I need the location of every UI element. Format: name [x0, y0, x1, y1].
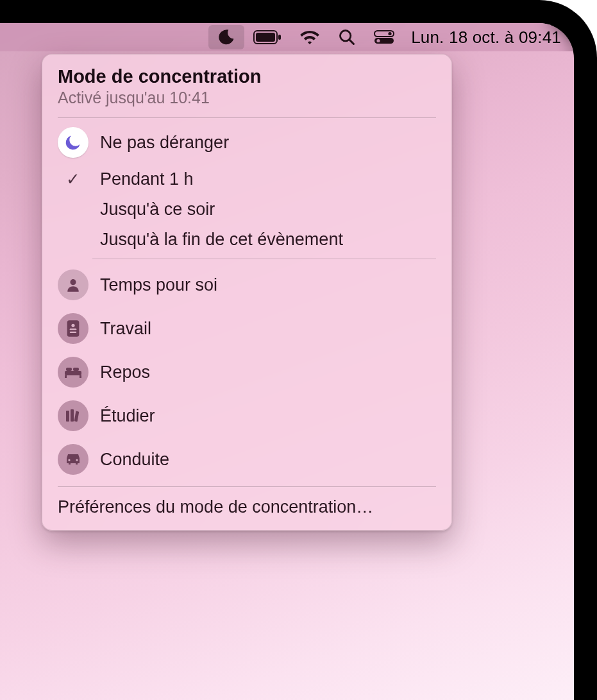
focus-mode-work[interactable]: Travail: [42, 307, 451, 350]
svg-rect-15: [65, 375, 67, 378]
focus-panel: Mode de concentration Activé jusqu'au 10…: [42, 54, 452, 531]
duration-event-end[interactable]: Jusqu'à la fin de cet évènement: [42, 225, 451, 255]
wifi-icon: [299, 30, 320, 45]
svg-point-6: [389, 32, 392, 35]
duration-label: Pendant 1 h: [100, 169, 194, 189]
focus-mode-personal[interactable]: Temps pour soi: [42, 263, 451, 307]
mode-label: Étudier: [100, 406, 155, 426]
menubar-datetime[interactable]: Lun. 18 oct. à 09:41: [403, 28, 565, 47]
checkmark-icon: ✓: [66, 169, 80, 189]
duration-evening[interactable]: Jusqu'à ce soir: [42, 194, 451, 225]
focus-mode-sleep[interactable]: Repos: [42, 350, 451, 394]
divider: [92, 259, 436, 259]
svg-rect-12: [70, 329, 77, 330]
panel-title: Mode de concentration: [58, 66, 436, 87]
control-center-menubar-item[interactable]: [365, 23, 403, 51]
mode-label: Travail: [100, 319, 151, 339]
svg-point-9: [70, 279, 76, 285]
panel-subtitle: Activé jusqu'au 10:41: [58, 89, 436, 107]
svg-rect-14: [65, 371, 81, 375]
divider: [58, 117, 436, 118]
car-icon: [58, 444, 88, 475]
spotlight-menubar-item[interactable]: [329, 23, 365, 51]
svg-point-22: [68, 459, 70, 461]
wifi-menubar-item[interactable]: [290, 23, 329, 51]
duration-1h[interactable]: ✓ Pendant 1 h: [42, 164, 451, 194]
svg-rect-21: [74, 411, 80, 422]
focus-mode-study[interactable]: Étudier: [42, 394, 451, 438]
duration-label: Jusqu'à la fin de cet évènement: [100, 230, 343, 250]
bed-icon: [58, 357, 88, 388]
moon-icon: [58, 127, 88, 158]
svg-line-4: [349, 40, 353, 44]
mode-label: Repos: [100, 363, 150, 382]
person-icon: [58, 269, 88, 300]
mode-label: Temps pour soi: [100, 275, 217, 295]
focus-mode-driving[interactable]: Conduite: [42, 438, 451, 481]
search-icon: [338, 28, 356, 46]
svg-point-11: [71, 324, 74, 327]
badge-icon: [58, 313, 88, 344]
svg-rect-16: [80, 375, 81, 378]
battery-menubar-item[interactable]: [244, 23, 290, 51]
svg-rect-1: [256, 33, 275, 42]
dnd-label: Ne pas déranger: [100, 133, 229, 153]
menubar: Lun. 18 oct. à 09:41: [0, 23, 574, 51]
desktop-screen: Lun. 18 oct. à 09:41 Mode de concentrati…: [0, 23, 574, 700]
moon-icon: [217, 28, 235, 46]
battery-icon: [253, 30, 282, 44]
svg-rect-18: [73, 368, 79, 371]
duration-label: Jusqu'à ce soir: [100, 200, 215, 219]
divider: [58, 486, 436, 487]
focus-preferences-link[interactable]: Préférences du mode de concentration…: [42, 490, 451, 521]
svg-point-23: [76, 459, 78, 461]
svg-rect-2: [278, 35, 281, 40]
dnd-mode-row[interactable]: Ne pas déranger: [42, 121, 451, 164]
device-bezel: Lun. 18 oct. à 09:41 Mode de concentrati…: [0, 0, 597, 700]
svg-point-8: [377, 39, 380, 42]
focus-menubar-item[interactable]: [208, 25, 244, 49]
svg-rect-13: [70, 332, 77, 333]
svg-rect-20: [71, 409, 74, 422]
control-center-icon: [374, 30, 394, 44]
svg-rect-19: [66, 411, 69, 422]
svg-rect-17: [66, 368, 72, 371]
mode-label: Conduite: [100, 450, 169, 470]
books-icon: [58, 400, 88, 431]
